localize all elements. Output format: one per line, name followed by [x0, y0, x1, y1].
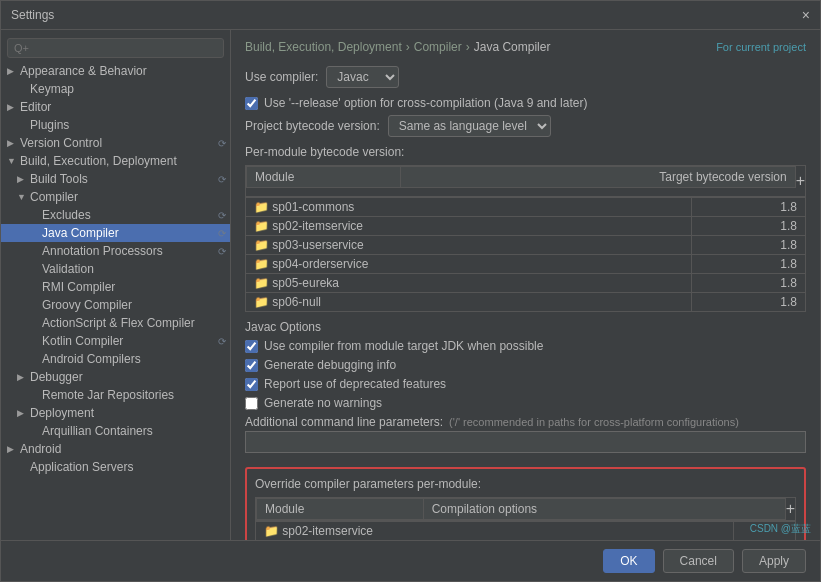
sidebar-item-compiler[interactable]: ▼Compiler: [1, 188, 230, 206]
folder-icon: 📁: [254, 219, 269, 233]
breadcrumb-sep-2: ›: [466, 40, 470, 54]
module-target-cell: 1.8: [691, 236, 805, 255]
javac-option-checkbox-2[interactable]: [245, 378, 258, 391]
sidebar-item-appearance[interactable]: ▶Appearance & Behavior: [1, 62, 230, 80]
sidebar-item-java-compiler[interactable]: Java Compiler⟳: [1, 224, 230, 242]
javac-options-title: Javac Options: [245, 320, 806, 334]
apply-button[interactable]: Apply: [742, 549, 806, 573]
sidebar-item-validation[interactable]: Validation: [1, 260, 230, 278]
javac-option-checkbox-1[interactable]: [245, 359, 258, 372]
sidebar-label-keymap: Keymap: [30, 82, 230, 96]
project-bytecode-label: Project bytecode version:: [245, 119, 380, 133]
triangle-debugger: ▶: [17, 372, 27, 382]
sidebar-item-editor[interactable]: ▶Editor: [1, 98, 230, 116]
project-bytecode-select[interactable]: Same as language level: [388, 115, 551, 137]
use-compiler-row: Use compiler: Javac Eclipse Ajc: [245, 66, 806, 88]
triangle-editor: ▶: [7, 102, 17, 112]
additional-cmd-hint: ('/' recommended in paths for cross-plat…: [449, 416, 739, 428]
sidebar-item-build-tools[interactable]: ▶Build Tools⟳: [1, 170, 230, 188]
main-content: Build, Execution, Deployment › Compiler …: [231, 30, 820, 540]
sidebar-label-remote-jar-repos: Remote Jar Repositories: [42, 388, 230, 402]
sidebar-label-kotlin-compiler: Kotlin Compiler: [42, 334, 218, 348]
dialog-footer: OK Cancel Apply: [1, 540, 820, 581]
sidebar-item-kotlin-compiler[interactable]: Kotlin Compiler⟳: [1, 332, 230, 350]
table-row: 📁 sp05-eureka1.8: [246, 274, 806, 293]
cross-compile-row: Use '--release' option for cross-compila…: [245, 96, 806, 110]
sidebar-item-arquillian[interactable]: Arquillian Containers: [1, 422, 230, 440]
javac-option-checkbox-0[interactable]: [245, 340, 258, 353]
triangle-android: ▶: [7, 444, 17, 454]
additional-cmd-input[interactable]: [245, 431, 806, 453]
sidebar-label-actionscript-flex: ActionScript & Flex Compiler: [42, 316, 230, 330]
override-table-header-wrapper: Module Compilation options +: [255, 497, 796, 521]
sidebar-tree: ▶Appearance & BehaviorKeymap▶EditorPlugi…: [1, 62, 230, 476]
triangle-appearance: ▶: [7, 66, 17, 76]
table-row: 📁 sp04-orderservice1.8: [246, 255, 806, 274]
cross-compile-checkbox[interactable]: [245, 97, 258, 110]
sidebar-item-android[interactable]: ▶Android: [1, 440, 230, 458]
triangle-build-execution: ▼: [7, 156, 17, 166]
sidebar-label-app-servers: Application Servers: [30, 460, 230, 474]
cancel-button[interactable]: Cancel: [663, 549, 734, 573]
sidebar-label-debugger: Debugger: [30, 370, 230, 384]
use-compiler-select[interactable]: Javac Eclipse Ajc: [326, 66, 399, 88]
search-input[interactable]: [7, 38, 224, 58]
sidebar-item-debugger[interactable]: ▶Debugger: [1, 368, 230, 386]
sidebar-label-android-compilers: Android Compilers: [42, 352, 230, 366]
module-target-cell: 1.8: [691, 274, 805, 293]
close-button[interactable]: ×: [802, 7, 810, 23]
sidebar-item-version-control[interactable]: ▶Version Control⟳: [1, 134, 230, 152]
ok-button[interactable]: OK: [603, 549, 654, 573]
folder-icon: 📁: [264, 524, 279, 538]
add-module-button[interactable]: +: [796, 172, 805, 190]
sidebar-item-plugins[interactable]: Plugins: [1, 116, 230, 134]
sidebar-item-rmi-compiler[interactable]: RMI Compiler: [1, 278, 230, 296]
breadcrumb-current: Java Compiler: [474, 40, 551, 54]
title-bar: Settings ×: [1, 1, 820, 30]
sidebar-item-excludes[interactable]: Excludes⟳: [1, 206, 230, 224]
module-target-cell: 1.8: [691, 217, 805, 236]
javac-option-row-0: Use compiler from module target JDK when…: [245, 339, 806, 353]
sync-icon-java-compiler: ⟳: [218, 228, 226, 239]
watermark: CSDN @蓝蓝: [750, 522, 811, 536]
sidebar-label-build-execution: Build, Execution, Deployment: [20, 154, 230, 168]
override-table-body-wrapper: 📁 sp02-itemservice📁 sp03-userservice📁 so…: [255, 521, 796, 540]
breadcrumb-part-1: Build, Execution, Deployment: [245, 40, 402, 54]
sidebar-label-editor: Editor: [20, 100, 230, 114]
triangle-build-tools: ▶: [17, 174, 27, 184]
triangle-version-control: ▶: [7, 138, 17, 148]
sidebar-label-appearance: Appearance & Behavior: [20, 64, 230, 78]
additional-cmd-row: Additional command line parameters: ('/'…: [245, 415, 806, 459]
module-target-cell: 1.8: [691, 255, 805, 274]
sidebar-label-version-control: Version Control: [20, 136, 218, 150]
sidebar-item-app-servers[interactable]: Application Servers: [1, 458, 230, 476]
javac-option-checkbox-3[interactable]: [245, 397, 258, 410]
module-name-cell: 📁 sp04-orderservice: [246, 255, 692, 274]
javac-option-label-3: Generate no warnings: [264, 396, 382, 410]
javac-option-label-2: Report use of deprecated features: [264, 377, 446, 391]
add-override-button[interactable]: +: [786, 500, 795, 518]
override-section: Override compiler parameters per-module:…: [245, 467, 806, 540]
override-table-header: Module Compilation options: [256, 498, 786, 520]
col-target-bytecode: Target bytecode version: [401, 167, 796, 188]
javac-option-row-3: Generate no warnings: [245, 396, 806, 410]
sidebar-item-actionscript-flex[interactable]: ActionScript & Flex Compiler: [1, 314, 230, 332]
breadcrumb: Build, Execution, Deployment › Compiler …: [245, 40, 806, 54]
module-target-cell: 1.8: [691, 198, 805, 217]
sidebar-item-annotation-processors[interactable]: Annotation Processors⟳: [1, 242, 230, 260]
sidebar-item-groovy-compiler[interactable]: Groovy Compiler: [1, 296, 230, 314]
for-current-project[interactable]: For current project: [716, 41, 806, 53]
sidebar-item-build-execution[interactable]: ▼Build, Execution, Deployment: [1, 152, 230, 170]
sidebar-item-deployment[interactable]: ▶Deployment: [1, 404, 230, 422]
sidebar-item-keymap[interactable]: Keymap: [1, 80, 230, 98]
sidebar-item-android-compilers[interactable]: Android Compilers: [1, 350, 230, 368]
module-name-cell: 📁 sp01-commons: [246, 198, 692, 217]
module-table-body: 📁 sp01-commons1.8📁 sp02-itemservice1.8📁 …: [245, 197, 806, 312]
breadcrumb-sep-1: ›: [406, 40, 410, 54]
sidebar-item-remote-jar-repos[interactable]: Remote Jar Repositories: [1, 386, 230, 404]
javac-option-row-1: Generate debugging info: [245, 358, 806, 372]
sidebar-label-annotation-processors: Annotation Processors: [42, 244, 218, 258]
sync-icon-kotlin-compiler: ⟳: [218, 336, 226, 347]
module-table: Module Target bytecode version: [246, 166, 796, 188]
override-table-body: 📁 sp02-itemservice📁 sp03-userservice📁 so…: [255, 521, 796, 540]
